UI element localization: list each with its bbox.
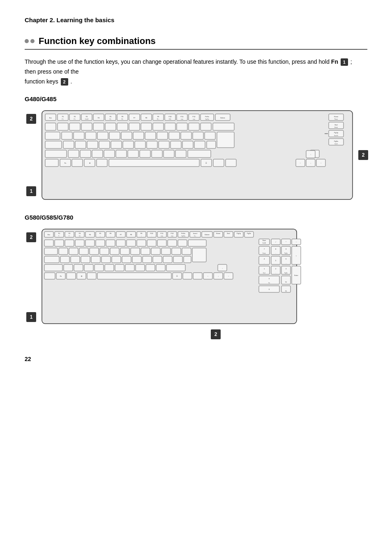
svg-rect-92 bbox=[159, 141, 169, 148]
svg-rect-55 bbox=[69, 123, 80, 130]
svg-text:F1: F1 bbox=[58, 232, 60, 234]
svg-rect-253 bbox=[151, 248, 160, 255]
fn-bold: Fn bbox=[331, 58, 338, 65]
svg-rect-270 bbox=[173, 256, 182, 263]
svg-rect-225 bbox=[281, 276, 291, 284]
svg-text:F10↑: F10↑ bbox=[169, 118, 172, 120]
svg-rect-274 bbox=[74, 264, 83, 271]
svg-text:SysRq: SysRq bbox=[182, 235, 185, 237]
svg-text:⊞: ⊞ bbox=[89, 162, 90, 164]
svg-rect-70 bbox=[74, 132, 84, 139]
svg-rect-62 bbox=[153, 123, 164, 130]
svg-rect-281 bbox=[146, 264, 155, 271]
svg-text:F9↑↑: F9↑↑ bbox=[157, 118, 160, 120]
svg-rect-259 bbox=[60, 256, 69, 263]
svg-text:F8: F8 bbox=[130, 234, 132, 236]
svg-rect-238 bbox=[147, 240, 156, 246]
svg-rect-101 bbox=[104, 150, 115, 158]
svg-rect-58 bbox=[105, 123, 116, 130]
svg-rect-75 bbox=[133, 132, 144, 139]
svg-text:PgUp: PgUp bbox=[284, 253, 288, 254]
svg-text:SysRq: SysRq bbox=[205, 118, 209, 120]
svg-rect-79 bbox=[181, 132, 191, 139]
svg-rect-57 bbox=[93, 123, 104, 130]
svg-rect-272 bbox=[44, 264, 62, 271]
svg-rect-282 bbox=[156, 264, 165, 271]
svg-rect-90 bbox=[135, 141, 145, 148]
svg-text:Ctrl+R: Ctrl+R bbox=[85, 118, 89, 120]
svg-rect-68 bbox=[45, 132, 60, 139]
svg-text:mus: mus bbox=[171, 235, 173, 237]
svg-rect-103 bbox=[128, 150, 138, 158]
svg-text:PgUp: PgUp bbox=[237, 232, 241, 234]
svg-rect-91 bbox=[147, 141, 157, 148]
svg-rect-85 bbox=[75, 141, 86, 148]
svg-text:.: . bbox=[286, 278, 286, 280]
svg-text:Delete: Delete bbox=[220, 117, 225, 119]
g580-keyboard-svg: Esc F1 F↑ F2 F↑ F3 Clr F4 F5 + F6 ↑ F7 bbox=[41, 228, 390, 327]
svg-rect-88 bbox=[111, 141, 122, 148]
svg-text:F4: F4 bbox=[98, 117, 100, 119]
svg-text:Clr: Clr bbox=[79, 235, 81, 237]
section-header: Function key combinations bbox=[25, 36, 367, 50]
svg-text:↑: ↑ bbox=[222, 267, 223, 269]
svg-rect-268 bbox=[153, 256, 162, 263]
g580-badge2-bottom: 2 bbox=[41, 329, 390, 339]
svg-rect-113 bbox=[72, 159, 83, 167]
svg-rect-78 bbox=[169, 132, 180, 139]
svg-text:F10: F10 bbox=[150, 232, 154, 234]
svg-rect-96 bbox=[207, 141, 216, 148]
svg-rect-64 bbox=[177, 123, 187, 130]
svg-rect-81 bbox=[205, 132, 215, 139]
svg-text:→: → bbox=[320, 162, 322, 164]
svg-rect-108 bbox=[188, 150, 211, 158]
g580-keyboard-diagram: 2 1 Esc F1 F↑ F2 F↑ F3 Clr F4 bbox=[25, 228, 367, 339]
svg-rect-106 bbox=[164, 150, 174, 158]
svg-rect-256 bbox=[182, 248, 191, 255]
svg-rect-54 bbox=[58, 123, 68, 130]
svg-rect-244 bbox=[59, 248, 68, 255]
svg-text:☰: ☰ bbox=[205, 162, 207, 164]
svg-rect-232 bbox=[85, 240, 95, 246]
svg-text:F1: F1 bbox=[62, 116, 64, 118]
g480-badge2-left: 2 bbox=[26, 114, 36, 124]
svg-text:PrtSc: PrtSc bbox=[181, 232, 185, 234]
svg-rect-94 bbox=[182, 141, 193, 148]
svg-rect-262 bbox=[91, 256, 100, 263]
svg-text:End: End bbox=[227, 232, 230, 234]
svg-rect-263 bbox=[101, 256, 111, 263]
g480-title: G480/G485 bbox=[25, 95, 367, 102]
svg-rect-82 bbox=[217, 132, 234, 148]
svg-rect-273 bbox=[64, 264, 73, 271]
svg-rect-87 bbox=[99, 141, 110, 148]
svg-rect-105 bbox=[152, 150, 162, 158]
svg-rect-267 bbox=[143, 256, 152, 263]
svg-text:F5↑: F5↑ bbox=[109, 118, 112, 120]
svg-text:+: + bbox=[100, 235, 101, 237]
svg-text:End: End bbox=[334, 124, 337, 126]
svg-rect-260 bbox=[71, 256, 80, 263]
svg-text:Home: Home bbox=[263, 253, 266, 254]
svg-text:Esc: Esc bbox=[49, 117, 52, 119]
svg-rect-77 bbox=[157, 132, 168, 139]
svg-text:F12: F12 bbox=[171, 232, 174, 234]
svg-rect-246 bbox=[79, 248, 88, 255]
svg-rect-237 bbox=[137, 240, 146, 246]
svg-text:F9: F9 bbox=[157, 116, 159, 118]
svg-rect-261 bbox=[81, 256, 90, 263]
svg-text:End: End bbox=[263, 272, 265, 274]
chapter-title: Chapter 2. Learning the basics bbox=[25, 16, 367, 23]
g480-badge2-right: 2 bbox=[358, 150, 368, 160]
svg-rect-74 bbox=[121, 132, 132, 139]
svg-rect-275 bbox=[84, 264, 93, 271]
svg-text:D+↑: D+↑ bbox=[194, 235, 196, 237]
svg-rect-279 bbox=[125, 264, 134, 271]
svg-text:Home: Home bbox=[334, 116, 339, 118]
svg-text:F7: F7 bbox=[134, 117, 136, 119]
svg-text:F11: F11 bbox=[181, 116, 184, 118]
svg-rect-276 bbox=[95, 264, 104, 271]
dot-2 bbox=[30, 39, 35, 43]
svg-text:PgDn: PgDn bbox=[284, 272, 288, 274]
svg-text:mus: mus bbox=[181, 118, 183, 120]
svg-text:↑: ↑ bbox=[310, 153, 311, 155]
